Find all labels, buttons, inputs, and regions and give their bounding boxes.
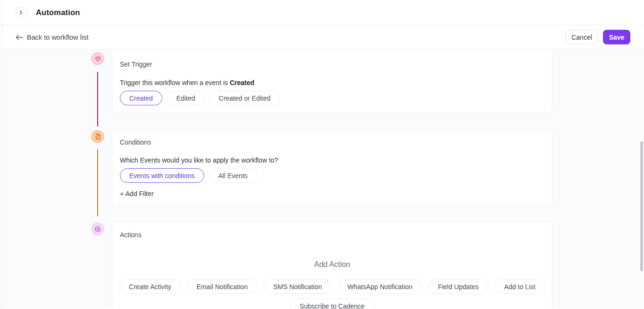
action-subscribe-to-cadence[interactable]: Subscribe to Cadence <box>290 299 374 309</box>
conditions-options-row: Events with conditions All Events <box>120 168 544 183</box>
expand-sidebar-button[interactable] <box>16 7 26 18</box>
conditions-option-events-with-conditions[interactable]: Events with conditions <box>120 168 204 183</box>
workflow-cards-column: Set Trigger Trigger this workflow when a… <box>112 50 552 309</box>
conditions-option-all-events[interactable]: All Events <box>209 168 257 183</box>
action-sms-notification[interactable]: SMS Notification <box>264 279 331 294</box>
save-button[interactable]: Save <box>603 30 630 44</box>
vertical-scrollbar-thumb[interactable] <box>640 141 643 271</box>
action-options-row-1: Create Activity Email Notification SMS N… <box>120 279 544 294</box>
action-add-to-list[interactable]: Add to List <box>495 279 545 294</box>
trigger-option-created-or-edited[interactable]: Created or Edited <box>209 91 280 105</box>
workflow-builder-canvas: Set Trigger Trigger this workflow when a… <box>0 50 644 309</box>
add-filter-button[interactable]: + Add Filter <box>120 189 154 198</box>
page-title: Automation <box>36 8 80 17</box>
workflow-toolbar: Back to workflow list Cancel Save <box>0 25 644 50</box>
trigger-description: Trigger this workflow when a event is Cr… <box>120 78 544 87</box>
top-bar: Automation <box>0 0 644 25</box>
plus-square-icon <box>94 226 101 232</box>
back-link-label: Back to workflow list <box>27 34 89 41</box>
trigger-options-row: Created Edited Created or Edited <box>120 91 544 105</box>
add-filter-label: Add Filter <box>125 190 154 197</box>
trigger-option-created[interactable]: Created <box>120 91 162 105</box>
action-options-row-2: Subscribe to Cadence <box>120 299 544 309</box>
back-to-workflow-list-link[interactable]: Back to workflow list <box>16 34 89 41</box>
actions-card: Actions Add Action Create Activity Email… <box>112 222 552 309</box>
add-action-heading: Add Action <box>120 259 544 270</box>
actions-title: Actions <box>120 230 544 240</box>
set-trigger-title: Set Trigger <box>120 60 544 69</box>
chevron-right-icon <box>18 10 24 15</box>
actions-step-icon <box>91 223 104 236</box>
conditions-title: Conditions <box>120 137 544 147</box>
action-whatsapp-notification[interactable]: WhatsApp Notification <box>338 279 422 294</box>
action-create-activity[interactable]: Create Activity <box>119 279 180 294</box>
conditions-document-icon <box>95 133 101 140</box>
set-trigger-card: Set Trigger Trigger this workflow when a… <box>112 50 552 113</box>
cancel-button[interactable]: Cancel <box>566 30 598 44</box>
conditions-step-icon <box>91 130 104 143</box>
timeline-connector-conditions-actions <box>97 149 98 216</box>
collapsed-sidebar-divider <box>2 0 2 309</box>
arrow-left-icon <box>16 34 23 40</box>
trigger-description-text: Trigger this workflow when a event is <box>120 79 230 86</box>
trigger-step-icon <box>91 52 104 65</box>
trigger-heart-icon <box>95 56 101 62</box>
conditions-question: Which Events would you like to apply the… <box>120 155 544 165</box>
toolbar-actions: Cancel Save <box>566 25 630 49</box>
action-email-notification[interactable]: Email Notification <box>187 279 257 294</box>
trigger-description-value: Created <box>230 79 254 86</box>
action-field-updates[interactable]: Field Updates <box>428 279 488 294</box>
plus-icon: + <box>120 189 124 198</box>
timeline-connector-trigger-conditions <box>97 72 98 127</box>
conditions-card: Conditions Which Events would you like t… <box>112 130 552 206</box>
trigger-option-edited[interactable]: Edited <box>167 91 205 105</box>
